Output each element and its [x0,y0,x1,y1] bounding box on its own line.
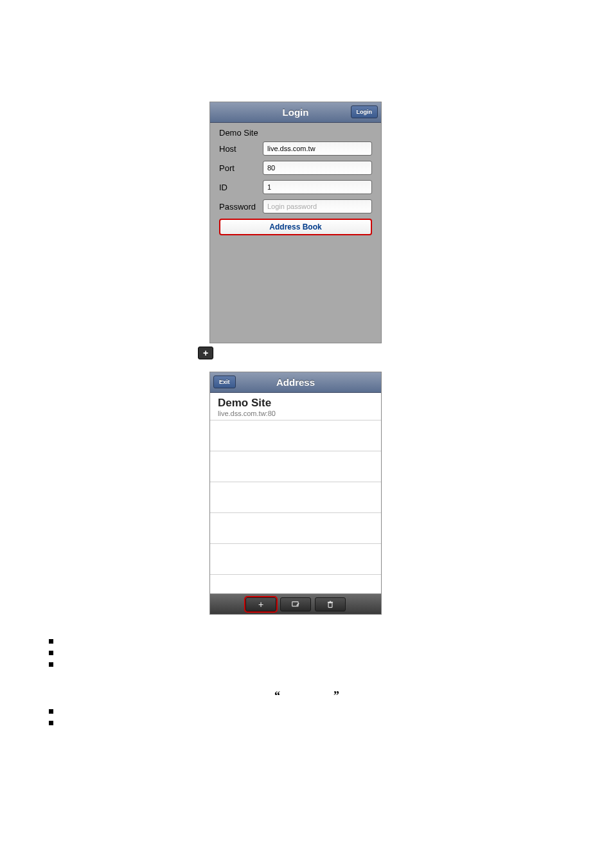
add-button[interactable]: + [245,597,276,611]
bullet-icon [49,662,53,667]
address-entry-host: live.dss.com.tw:80 [218,410,373,417]
login-title: Login [283,107,309,118]
id-row: ID [219,180,372,194]
edit-button[interactable] [280,597,311,611]
edit-icon [291,600,300,609]
svg-rect-2 [328,601,333,602]
address-toolbar: + [210,593,381,614]
address-titlebar: Exit Address [210,372,381,393]
list-item [210,482,381,513]
list-item [210,513,381,544]
host-label: Host [219,144,263,154]
svg-rect-3 [330,601,331,601]
bullet-icon [49,709,53,714]
open-quote: “ [274,689,280,703]
bullet-list-1 [49,639,53,674]
exit-button[interactable]: Exit [213,375,236,388]
port-input[interactable] [263,161,372,175]
password-input[interactable] [263,199,372,213]
address-book-button[interactable]: Address Book [219,219,372,235]
address-entry[interactable]: Demo Site live.dss.com.tw:80 [210,393,381,420]
bullet-icon [49,651,53,655]
login-titlebar: Login Login [210,102,381,123]
site-name-label: Demo Site [219,128,372,138]
port-row: Port [219,161,372,175]
password-row: Password [219,199,372,213]
login-form: Demo Site Host Port ID Password Address … [210,123,381,240]
svg-rect-1 [328,602,332,607]
port-label: Port [219,163,263,173]
bullet-icon [49,721,53,725]
list-item [210,420,381,451]
list-item [210,451,381,482]
address-title: Address [276,377,315,388]
id-input[interactable] [263,180,372,194]
plus-icon: + [258,599,263,610]
id-label: ID [219,183,263,192]
close-quote: ” [333,689,339,703]
bullet-icon [49,639,53,644]
host-input[interactable] [263,141,372,156]
trash-icon [326,600,335,609]
address-screen: Exit Address Demo Site live.dss.com.tw:8… [209,372,382,615]
address-entry-name: Demo Site [218,397,373,410]
login-screen: Login Login Demo Site Host Port ID Passw… [209,102,382,343]
plus-icon[interactable]: + [198,347,213,359]
host-row: Host [219,141,372,156]
password-label: Password [219,202,263,212]
list-item [210,544,381,575]
login-button[interactable]: Login [351,105,378,118]
delete-button[interactable] [315,597,346,611]
bullet-list-2 [49,709,53,732]
